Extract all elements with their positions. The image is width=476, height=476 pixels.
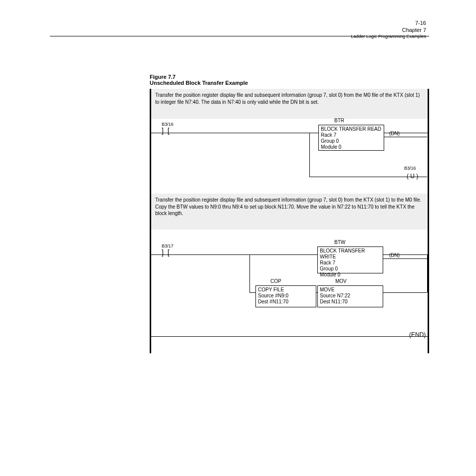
btw-title: BTW: [334, 239, 345, 245]
cop-label: COPY FILE: [258, 287, 314, 293]
cop-block: COPY FILE Source #N9:0 Dest #N11:70: [255, 285, 316, 307]
btw-group: Group 0: [320, 266, 381, 272]
btw-rack: Rack 7: [320, 260, 381, 266]
btw-module: Module 0: [320, 272, 381, 278]
cop-dest: Dest #N11:70: [258, 299, 314, 305]
mov-label: MOVE: [320, 287, 381, 293]
mov-dest: Dest N11:70: [320, 299, 381, 305]
figure-label: Figure 7.7: [150, 74, 176, 80]
btr-block: BLOCK TRANSFER READ Rack 7 Group 0 Modul…: [318, 125, 384, 151]
btw-block: BLOCK TRANSFER WRITE Rack 7 Group 0 Modu…: [317, 246, 383, 273]
end-rung-wire: [151, 336, 428, 337]
rung1-comment: Transfer the position register display f…: [151, 194, 428, 230]
btr-block-label: BLOCK TRANSFER READ: [321, 126, 382, 132]
figure-title: Unscheduled Block Transfer Example: [150, 80, 248, 86]
chapter-label: Chapter 7: [402, 27, 426, 33]
rung0-wire: [151, 133, 428, 133]
mov-block: MOVE Source N7:22 Dest N11:70: [317, 285, 383, 307]
btr-group: Group 0: [321, 138, 382, 144]
rung1-contact-label: B3/17: [162, 243, 174, 248]
btw-dn: (DN): [389, 252, 400, 258]
ladder-diagram: Transfer the position register display f…: [150, 89, 429, 353]
rung1-branch-vert: [249, 254, 250, 292]
end-symbol: (END): [409, 331, 426, 338]
rung1-wire: [151, 254, 428, 255]
rung0-branch-vert: [309, 133, 310, 177]
btr-rack: Rack 7: [321, 132, 382, 138]
unlatch-coil: ( U ): [407, 173, 418, 180]
btr-dn: (DN): [389, 131, 400, 136]
right-rail: [428, 89, 429, 353]
cop-source: Source #N9:0: [258, 293, 314, 299]
rung0-contact: ] [: [162, 127, 171, 135]
section-title: Ladder Logic Programming Examples: [351, 34, 426, 39]
btw-block-label: BLOCK TRANSFER WRITE: [320, 248, 381, 260]
btw-out-wire: [383, 258, 427, 259]
rung1-right-branch-vert: [427, 254, 428, 292]
page-number: 7-16: [415, 20, 426, 26]
btr-title: BTR: [334, 118, 344, 123]
rung0-contact-label: B3/16: [162, 122, 174, 127]
mov-out-wire: [383, 292, 427, 293]
unlatch-coil-label: B3/16: [404, 166, 416, 171]
mov-source: Source N7:22: [320, 293, 381, 299]
btr-module: Module 0: [321, 144, 382, 150]
rung0-comment: Transfer the position register display f…: [151, 89, 428, 119]
rung1-contact: ] [: [162, 248, 171, 256]
mov-title: MOV: [335, 278, 347, 284]
cop-title: COP: [270, 278, 281, 284]
btr-out-wire: [384, 137, 427, 137]
